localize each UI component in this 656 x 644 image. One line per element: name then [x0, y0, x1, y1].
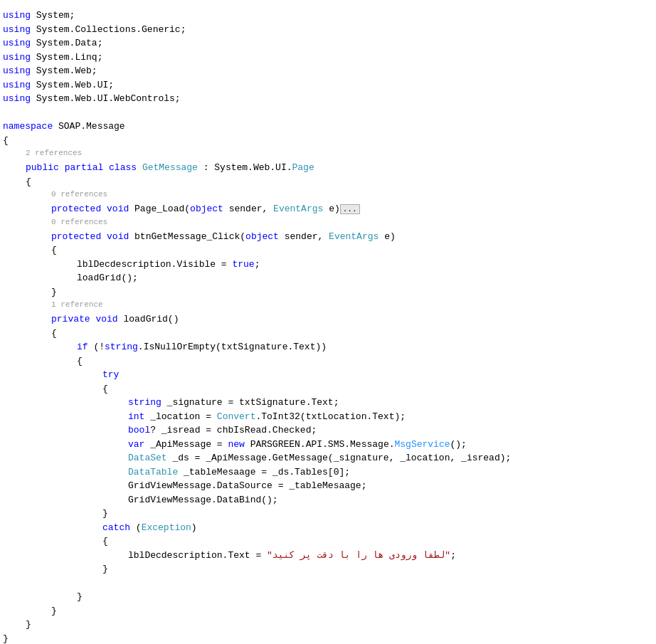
line-catch: catch (Exception) [0, 521, 656, 535]
line-btnclick-open: { [0, 243, 656, 258]
line-ref-2: 2 references [0, 147, 656, 161]
line-try-close: } [0, 507, 656, 521]
line-5: using System.Web; [0, 64, 656, 78]
line-catch-close: } [0, 562, 656, 576]
line-catch-open: { [0, 534, 656, 549]
line-empty-inner [0, 576, 656, 591]
line-bool-isread: bool? _isread = chbIsRead.Checked; [0, 423, 656, 438]
line-loadgrid-close: } [0, 604, 656, 618]
line-if-open: { [0, 354, 656, 369]
line-loadgrid-open: { [0, 327, 656, 341]
line-try: try [0, 368, 656, 382]
line-class-open: { [0, 175, 656, 189]
line-ref-0a: 0 references [0, 189, 656, 202]
line-dataset: DataSet _ds = _ApiMessage.GetMessage(_si… [0, 451, 656, 465]
line-10: { [0, 134, 656, 148]
line-if-close: } [0, 590, 656, 604]
line-try-open: { [0, 382, 656, 396]
line-4: using System.Linq; [0, 51, 656, 65]
line-8 [0, 106, 656, 120]
line-databind: GridViewMessage.DataBind(); [0, 493, 656, 507]
line-9: namespace SOAP.Message [0, 120, 656, 134]
line-namespace-close: } [0, 632, 656, 645]
line-1: using System; [0, 9, 656, 23]
line-lbl-text: lblDecdescription.Text = "لطفا ورودی ها … [0, 549, 656, 563]
line-class-close: } [0, 618, 656, 632]
line-pageload: protected void Page_Load(object sender, … [0, 202, 656, 216]
line-btnclick-close: } [0, 285, 656, 300]
line-lbl-visible: lblDecdescription.Visible = true; [0, 258, 656, 272]
line-3: using System.Data; [0, 36, 656, 51]
line-class-decl: public partial class GetMessage : System… [0, 161, 656, 175]
line-var-apimessage: var _ApiMessage = new PARSGREEN.API.SMS.… [0, 438, 656, 452]
line-btnclick: protected void btnGetMessage_Click(objec… [0, 230, 656, 244]
line-datatable: DataTable _tableMesaage = _ds.Tables[0]; [0, 465, 656, 480]
code-editor: using System; using System.Collections.G… [0, 6, 656, 644]
line-ref-1: 1 reference [0, 299, 656, 312]
line-loadgrid-call: loadGrid(); [0, 271, 656, 285]
line-loadgrid-decl: private void loadGrid() [0, 312, 656, 327]
collapsed-button[interactable]: ... [340, 204, 360, 214]
line-7: using System.Web.UI.WebControls; [0, 92, 656, 106]
line-datasource: GridViewMessage.DataSource = _tableMesaa… [0, 479, 656, 493]
line-ref-0b: 0 references [0, 216, 656, 230]
line-6: using System.Web.UI; [0, 78, 656, 93]
line-2: using System.Collections.Generic; [0, 23, 656, 37]
line-int-location: int _location = Convert.ToInt32(txtLocat… [0, 410, 656, 424]
line-if: if (!string.IsNullOrEmpty(txtSignature.T… [0, 340, 656, 354]
line-string-sig: string _signature = txtSignature.Text; [0, 396, 656, 410]
